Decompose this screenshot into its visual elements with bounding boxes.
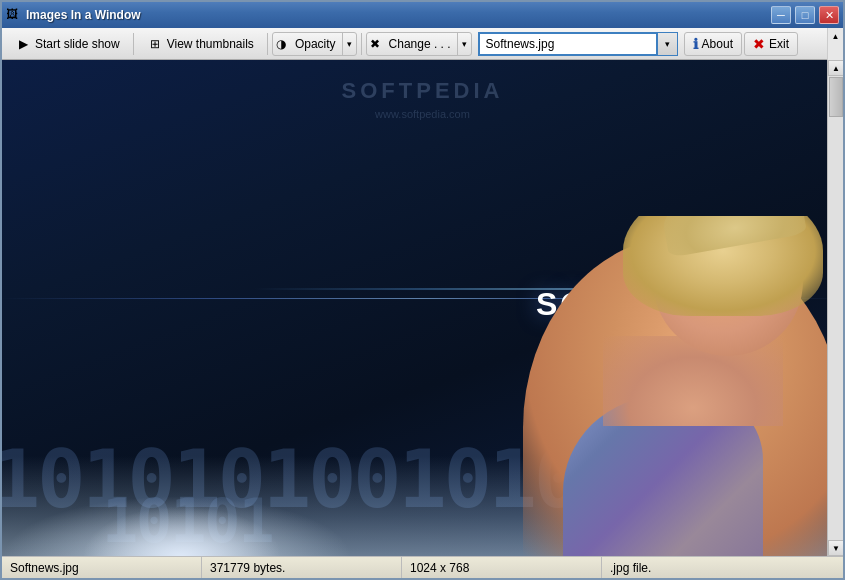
main-window: 🖼 Images In a Window ─ □ ✕ ▶ Start slide…	[0, 0, 845, 580]
change-icon: ✖	[367, 36, 383, 52]
status-bar: Softnews.jpg 371779 bytes. 1024 x 768 .j…	[2, 556, 843, 578]
toolbar-scroll-up[interactable]: ▲	[828, 28, 844, 44]
about-label: About	[702, 37, 733, 51]
file-input[interactable]: Softnews.jpg	[478, 32, 658, 56]
file-selector: Softnews.jpg ▾	[478, 32, 678, 56]
status-filesize: 371779 bytes.	[202, 557, 402, 578]
scroll-up-arrow[interactable]: ▲	[828, 60, 843, 76]
snow-2	[82, 506, 282, 556]
scroll-thumb[interactable]	[829, 77, 843, 117]
window-title: Images In a Window	[26, 8, 767, 22]
wallpaper: SOFTPEDIA www.softpedia.com SOFTPEDIA™ W…	[2, 60, 843, 556]
main-scrollbar: ▲ ▼	[827, 60, 843, 556]
image-area: SOFTPEDIA www.softpedia.com SOFTPEDIA™ W…	[2, 60, 843, 556]
exit-icon: ✖	[753, 36, 765, 52]
opacity-arrow: ▾	[342, 33, 356, 55]
toolbar-scrollbar: ▲	[827, 28, 843, 60]
status-dimensions: 1024 x 768	[402, 557, 602, 578]
opacity-label: Opacity	[289, 37, 342, 51]
thumbnails-button[interactable]: ⊞ View thumbnails	[138, 32, 263, 56]
play-icon: ▶	[15, 36, 31, 52]
slideshow-label: Start slide show	[35, 37, 120, 51]
slideshow-button[interactable]: ▶ Start slide show	[6, 32, 129, 56]
watermark-text: SOFTPEDIA	[342, 78, 504, 104]
minimize-button[interactable]: ─	[771, 6, 791, 24]
title-bar: 🖼 Images In a Window ─ □ ✕	[2, 2, 843, 28]
toolbar-separator-3	[361, 33, 362, 55]
toolbar-separator-1	[133, 33, 134, 55]
url-top: www.softpedia.com	[375, 108, 470, 120]
opacity-dropdown[interactable]: ◑ Opacity ▾	[272, 32, 357, 56]
exit-button[interactable]: ✖ Exit	[744, 32, 798, 56]
scroll-track	[828, 76, 843, 540]
status-filetype: .jpg file.	[602, 557, 843, 578]
scroll-down-arrow[interactable]: ▼	[828, 540, 843, 556]
app-icon: 🖼	[6, 7, 22, 23]
change-arrow: ▾	[457, 33, 471, 55]
toolbar-separator-2	[267, 33, 268, 55]
toolbar: ▶ Start slide show ⊞ View thumbnails ◑ O…	[2, 28, 827, 60]
close-button[interactable]: ✕	[819, 6, 839, 24]
about-button[interactable]: ℹ About	[684, 32, 742, 56]
grid-icon: ⊞	[147, 36, 163, 52]
maximize-button[interactable]: □	[795, 6, 815, 24]
change-dropdown[interactable]: ✖ Change . . . ▾	[366, 32, 472, 56]
about-icon: ℹ	[693, 36, 698, 52]
file-dropdown-arrow[interactable]: ▾	[658, 32, 678, 56]
exit-label: Exit	[769, 37, 789, 51]
change-label: Change . . .	[383, 37, 457, 51]
opacity-icon: ◑	[273, 36, 289, 52]
status-filename: Softnews.jpg	[2, 557, 202, 578]
person-area	[493, 216, 843, 556]
thumbnails-label: View thumbnails	[167, 37, 254, 51]
